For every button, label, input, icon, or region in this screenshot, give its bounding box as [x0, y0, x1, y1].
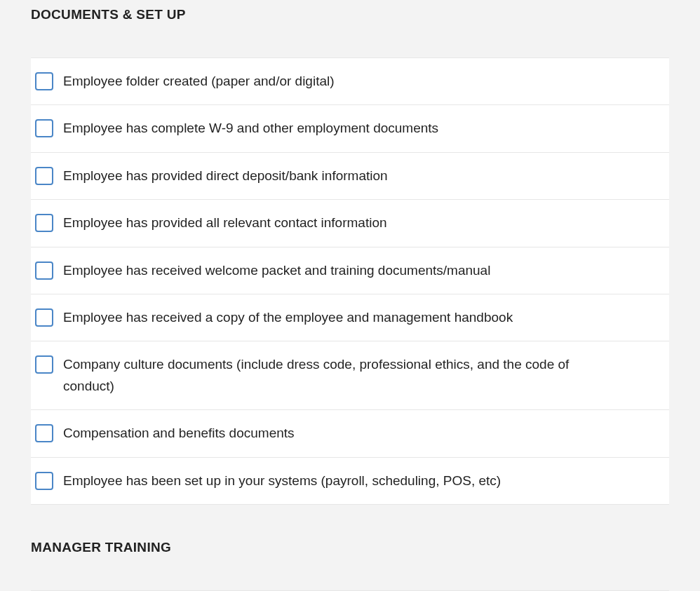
checklist-label: Employee folder created (paper and/or di… [63, 71, 596, 92]
checklist-row: Employee has received welcome packet and… [31, 247, 669, 294]
checklist-row: Compensation and benefits documents [31, 410, 669, 457]
checklist-label: Employee has complete W-9 and other empl… [63, 118, 596, 139]
checkbox[interactable] [35, 424, 53, 442]
checklist-label: Employee has received a copy of the empl… [63, 307, 596, 328]
checklist-row: Employee has received a copy of the empl… [31, 294, 669, 341]
checklist-row: Company culture documents (include dress… [31, 341, 669, 410]
section-title: MANAGER TRAINING [31, 533, 669, 590]
checklist-row: Employee folder created (paper and/or di… [31, 58, 669, 105]
checkbox[interactable] [35, 119, 53, 137]
checkbox[interactable] [35, 167, 53, 185]
checkbox[interactable] [35, 472, 53, 490]
checklist-label: Employee has provided direct deposit/ban… [63, 165, 596, 186]
checklist-row: Employee has provided direct deposit/ban… [31, 153, 669, 200]
checklist-label: Compensation and benefits documents [63, 423, 596, 444]
checklist-row: Employee has been set up in your systems… [31, 458, 669, 505]
checklist-row: Employee has provided all relevant conta… [31, 200, 669, 247]
checkbox[interactable] [35, 308, 53, 327]
checkbox[interactable] [35, 355, 53, 374]
checklist-label: Employee has received welcome packet and… [63, 260, 596, 281]
checkbox[interactable] [35, 214, 53, 232]
document-page: DOCUMENTS & SET UP Employee folder creat… [0, 0, 700, 591]
section-title: DOCUMENTS & SET UP [31, 0, 669, 57]
checklist-label: Employee has provided all relevant conta… [63, 212, 596, 233]
section-manager-training: MANAGER TRAINING Management job descript… [31, 533, 669, 591]
section-documents-setup: DOCUMENTS & SET UP Employee folder creat… [31, 0, 669, 505]
checklist-label: Employee has been set up in your systems… [63, 470, 596, 491]
checklist: Employee folder created (paper and/or di… [31, 57, 669, 505]
checkbox[interactable] [35, 72, 53, 90]
checklist-row: Employee has complete W-9 and other empl… [31, 105, 669, 152]
checklist-label: Company culture documents (include dress… [63, 354, 596, 397]
checkbox[interactable] [35, 261, 53, 280]
